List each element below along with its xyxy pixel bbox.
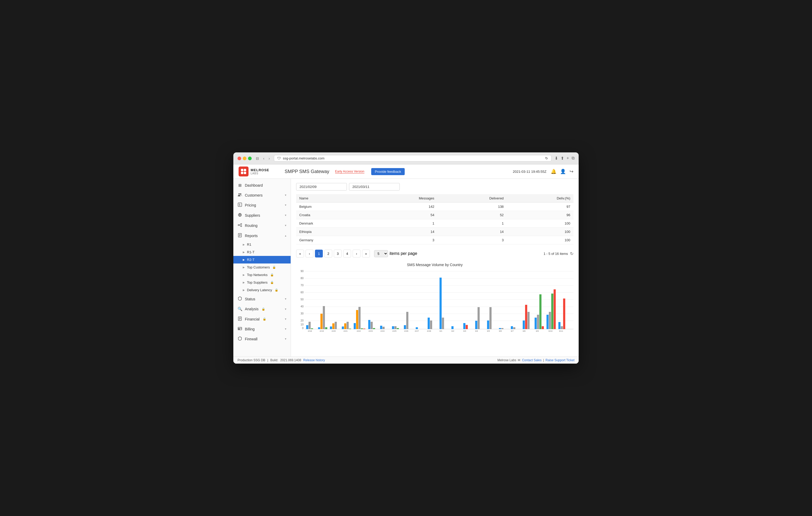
download-icon[interactable]: ⬇: [555, 156, 558, 161]
sidebar-item-financial[interactable]: Financial 🔒 ▾: [233, 314, 291, 324]
sidebar-sub-top-suppliers[interactable]: ▶ Top Suppliers 🔒: [233, 279, 291, 286]
contact-sales-link[interactable]: Contact Sales: [522, 358, 542, 362]
r1t-arrow: ▶: [243, 251, 245, 253]
items-per-page-label: items per page: [389, 251, 417, 256]
provide-feedback-button[interactable]: Provide feedback: [371, 168, 405, 175]
sidebar-item-routing[interactable]: Routing ▾: [233, 220, 291, 231]
prev-page-button[interactable]: ‹: [306, 250, 313, 257]
forward-button[interactable]: ›: [268, 156, 271, 161]
date-from-input[interactable]: [296, 183, 347, 190]
logout-icon[interactable]: ↪: [570, 169, 573, 174]
svg-rect-93: [501, 328, 503, 329]
svg-rect-60: [371, 322, 373, 329]
svg-rect-98: [523, 321, 525, 329]
browser-chrome: ⊟ ‹ › 🛡 ssg-portal.melroselabs.com ↻ ⬇ ⬆…: [233, 152, 579, 164]
first-page-button[interactable]: «: [296, 250, 304, 257]
release-history-link[interactable]: Release history: [303, 358, 325, 362]
share-icon[interactable]: ⬆: [560, 156, 564, 161]
svg-text:2/19: 2/19: [320, 330, 324, 332]
sidebar-item-reports[interactable]: Reports ▴: [233, 231, 291, 241]
build-number: 2021.069.1408: [280, 358, 301, 362]
sidebar-sub-delivery-latency[interactable]: ▶ Delivery Latency 🔒: [233, 286, 291, 294]
sidebar-label-analysis: Analysis: [245, 307, 258, 311]
svg-text:80: 80: [300, 277, 304, 280]
svg-rect-42: [325, 327, 327, 329]
sidebar-item-customers[interactable]: Customers ▾: [233, 190, 291, 200]
financial-lock-icon: 🔒: [263, 317, 266, 321]
page-2-button[interactable]: 2: [324, 250, 332, 257]
sidebar-item-billing[interactable]: Billing ▾: [233, 324, 291, 334]
table-refresh-button[interactable]: ↻: [570, 251, 573, 256]
address-bar[interactable]: 🛡 ssg-portal.melroselabs.com ↻: [274, 155, 551, 161]
svg-rect-70: [404, 325, 406, 329]
sidebar-sub-r1t[interactable]: ▶ R1-T: [233, 248, 291, 256]
svg-rect-107: [547, 315, 549, 329]
maximize-button[interactable]: [248, 157, 252, 160]
next-page-button[interactable]: ›: [353, 250, 360, 257]
user-icon[interactable]: 👤: [560, 169, 566, 174]
support-ticket-link[interactable]: Raise Support Ticket: [545, 358, 575, 362]
refresh-icon[interactable]: ↻: [545, 156, 548, 160]
chart-title: SMS Message Volume by Country: [296, 263, 573, 267]
top-networks-lock-icon: 🔒: [270, 273, 274, 277]
app-title: SMPP SMS Gateway: [285, 169, 329, 174]
svg-text:3/5: 3/5: [487, 330, 490, 332]
email-icon: ✉: [518, 358, 520, 362]
sidebar-item-pricing[interactable]: $ Pricing ▾: [233, 200, 291, 210]
sidebar-item-dashboard[interactable]: ⊞ Dashboard: [233, 180, 291, 190]
svg-text:2/18: 2/18: [308, 330, 312, 332]
analysis-lock-icon: 🔒: [262, 307, 265, 311]
svg-text:30: 30: [300, 312, 304, 315]
svg-rect-37: [311, 328, 313, 329]
date-to-input[interactable]: [349, 183, 400, 190]
page-4-button[interactable]: 4: [343, 250, 351, 257]
status-right: Melrose Labs ✉ Contact Sales | Raise Sup…: [497, 358, 575, 362]
table-row: Germany 3 3 100: [296, 236, 573, 244]
cell-delivered: 3: [437, 236, 507, 244]
browser-window: ⊟ ‹ › 🛡 ssg-portal.melroselabs.com ↻ ⬇ ⬆…: [233, 152, 579, 364]
routing-arrow: ▾: [285, 224, 286, 227]
new-tab-icon[interactable]: +: [567, 156, 569, 161]
dashboard-icon: ⊞: [237, 183, 242, 188]
sidebar-item-suppliers[interactable]: Suppliers ▾: [233, 210, 291, 220]
svg-rect-75: [428, 317, 430, 329]
svg-rect-83: [463, 323, 465, 329]
sidebar-sub-top-customers[interactable]: ▶ Top Customers 🔒: [233, 264, 291, 271]
sidebar-sub-r1[interactable]: ▶ R1: [233, 241, 291, 248]
page-1-button[interactable]: 1: [315, 250, 323, 257]
items-per-page-select[interactable]: 5 10 25: [374, 250, 388, 257]
svg-text:3/4: 3/4: [475, 330, 478, 332]
timestamp: 2021-03-11 19:45:55Z: [513, 170, 547, 174]
svg-point-4: [239, 193, 240, 195]
cell-deliv-pct: 100: [507, 228, 573, 236]
separator: |: [267, 358, 268, 362]
sidebar-sub-r2t[interactable]: ▶ R2-T: [233, 256, 291, 264]
svg-rect-54: [356, 310, 358, 329]
svg-rect-71: [406, 312, 408, 329]
top-bar: MELROSE LABS SMPP SMS Gateway Early Acce…: [233, 164, 579, 179]
tab-overview-icon[interactable]: ⧉: [572, 156, 575, 161]
svg-rect-96: [513, 327, 515, 329]
page-3-button[interactable]: 3: [334, 250, 342, 257]
svg-rect-89: [487, 321, 489, 329]
sidebar-item-firewall[interactable]: Firewall ▾: [233, 334, 291, 344]
sidebar-toggle[interactable]: ⊟: [255, 156, 260, 161]
close-button[interactable]: [237, 157, 241, 160]
svg-rect-51: [349, 329, 351, 329]
svg-rect-57: [363, 329, 365, 329]
back-button[interactable]: ‹: [262, 156, 265, 161]
sidebar-item-status[interactable]: Status ▾: [233, 294, 291, 304]
svg-rect-73: [416, 327, 418, 329]
svg-text:2/21: 2/21: [344, 330, 348, 332]
svg-rect-44: [330, 327, 332, 329]
svg-rect-55: [358, 307, 360, 329]
items-per-page: 5 10 25 items per page: [374, 250, 417, 257]
sidebar-sub-top-networks[interactable]: ▶ Top Networks 🔒: [233, 271, 291, 279]
routing-icon: [237, 223, 242, 228]
sidebar-item-analysis[interactable]: 🔍 Analysis 🔒 ▾: [233, 304, 291, 314]
notifications-icon[interactable]: 🔔: [551, 169, 556, 174]
status-bar: Production SSG DB | Build: 2021.069.1408…: [233, 357, 579, 364]
svg-rect-59: [368, 320, 370, 329]
minimize-button[interactable]: [243, 157, 246, 160]
last-page-button[interactable]: »: [362, 250, 370, 257]
